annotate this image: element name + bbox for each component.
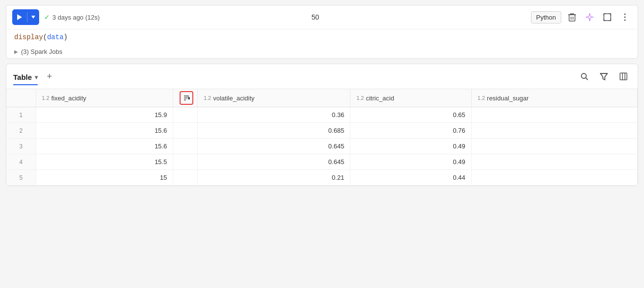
sort-col-header[interactable] [173,89,198,107]
row-count: 50 [105,13,526,21]
ai-sparkle-icon[interactable] [583,10,597,24]
svg-point-8 [624,20,626,21]
delete-icon[interactable] [565,10,579,24]
fixed-acidity-cell: 15.9 [36,107,173,123]
svg-line-10 [586,78,588,80]
language-button[interactable]: Python [531,11,561,24]
svg-rect-2 [569,15,575,21]
fixed-acidity-cell: 15.6 [36,139,173,154]
code-paren-open: ( [43,33,47,41]
expand-icon[interactable] [600,10,614,24]
svg-point-9 [581,73,586,78]
table-tab-label: Table [13,73,32,81]
table-header-row: 1.2 fixed_acidity [6,89,638,107]
table-row: 3 15.6 0.645 0.49 [6,139,638,154]
residual-sugar-cell [471,139,637,154]
residual-sugar-label: residual_sugar [487,95,529,102]
svg-rect-12 [620,73,627,80]
sort-indicator-cell [173,154,198,170]
data-table: 1.2 fixed_acidity [6,89,638,186]
residual-sugar-cell [471,123,637,139]
citric-acid-cell: 0.76 [350,123,471,139]
fixed-acidity-cell: 15 [36,170,173,186]
svg-point-6 [624,14,626,15]
code-paren-close: ) [64,33,68,41]
execution-status: ✓ 3 days ago (12s) [44,13,100,21]
table-row: 1 15.9 0.36 0.65 [6,107,638,123]
run-dropdown-button[interactable] [27,9,39,25]
citric-acid-type: 1.2 [356,95,364,101]
sort-indicator-cell [173,123,198,139]
table-header-bar: Table ▾ + [6,64,638,89]
svg-marker-0 [17,14,22,20]
svg-marker-11 [600,73,607,80]
sort-indicator-cell [173,139,198,154]
residual-sugar-cell [471,154,637,170]
search-icon[interactable] [577,69,592,84]
spark-jobs-label: (3) Spark Jobs [21,48,63,55]
svg-marker-1 [31,16,35,19]
residual-sugar-header[interactable]: 1.2 residual_sugar [471,89,637,107]
row-num-cell: 1 [6,107,36,123]
fixed-acidity-cell: 15.5 [36,154,173,170]
check-icon: ✓ [44,13,50,21]
code-argument: data [47,33,64,41]
residual-sugar-cell [471,170,637,186]
filter-icon[interactable] [597,69,611,84]
columns-icon[interactable] [616,69,631,84]
row-num-cell: 4 [6,154,36,170]
sort-indicator-cell [173,107,198,123]
volatile-acidity-type: 1.2 [204,95,211,101]
volatile-acidity-cell: 0.685 [198,123,350,139]
row-num-header [6,89,36,107]
volatile-acidity-cell: 0.21 [198,170,350,186]
fixed-acidity-cell: 15.6 [36,123,173,139]
spark-arrow-icon: ▶ [14,49,18,54]
table-row: 5 15 0.21 0.44 [6,170,638,186]
run-button-group[interactable] [12,9,39,25]
table-header-right [577,69,631,84]
spark-jobs[interactable]: ▶ (3) Spark Jobs [6,45,638,58]
table-tab[interactable]: Table ▾ [13,73,38,85]
tab-chevron-icon: ▾ [35,74,38,81]
table-section: Table ▾ + [6,64,638,186]
cell-code: display(data) [6,29,638,45]
sort-button[interactable] [180,91,193,105]
code-function: display [14,33,43,41]
volatile-acidity-cell: 0.36 [198,107,350,123]
fixed-acidity-header[interactable]: 1.2 fixed_acidity [36,89,173,107]
citric-acid-cell: 0.44 [350,170,471,186]
svg-rect-5 [604,14,611,21]
table-row: 4 15.5 0.645 0.49 [6,154,638,170]
citric-acid-header[interactable]: 1.2 citric_acid [350,89,471,107]
row-num-cell: 3 [6,139,36,154]
volatile-acidity-header[interactable]: 1.2 volatile_acidity [198,89,350,107]
cell-toolbar: ✓ 3 days ago (12s) 50 Python [6,5,638,29]
volatile-acidity-cell: 0.645 [198,139,350,154]
sort-indicator-cell [173,170,198,186]
citric-acid-cell: 0.49 [350,154,471,170]
volatile-acidity-label: volatile_acidity [213,95,254,102]
toolbar-right: Python [531,10,632,24]
fixed-acidity-label: fixed_acidity [51,95,87,102]
volatile-acidity-cell: 0.645 [198,154,350,170]
table-row: 2 15.6 0.685 0.76 [6,123,638,139]
row-num-cell: 5 [6,170,36,186]
svg-point-7 [624,17,626,18]
residual-sugar-cell [471,107,637,123]
citric-acid-cell: 0.49 [350,139,471,154]
fixed-acidity-type: 1.2 [42,95,49,101]
notebook-cell: ✓ 3 days ago (12s) 50 Python [6,5,638,59]
row-num-cell: 2 [6,123,36,139]
residual-sugar-type: 1.2 [478,95,485,101]
citric-acid-label: citric_acid [366,95,394,102]
data-table-wrapper: 1.2 fixed_acidity [6,89,638,186]
add-tab-button[interactable]: + [44,71,55,82]
run-button[interactable] [12,9,27,25]
more-options-icon[interactable] [618,10,632,24]
status-text: 3 days ago (12s) [52,14,100,21]
citric-acid-cell: 0.65 [350,107,471,123]
